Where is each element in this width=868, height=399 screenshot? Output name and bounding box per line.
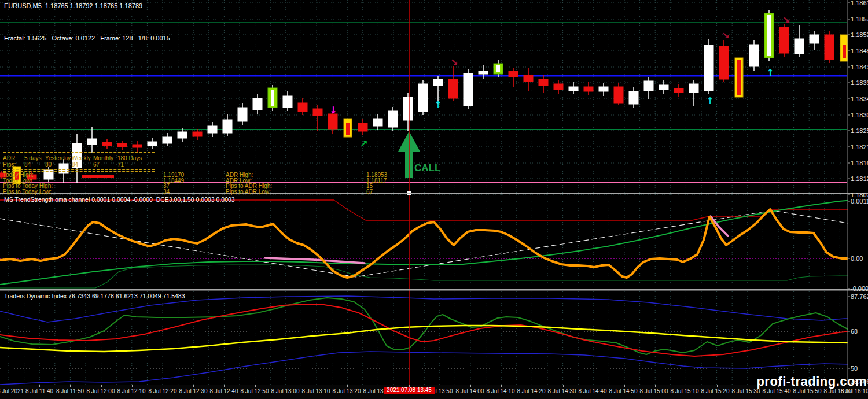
adr-pips-value: 84 [24,162,31,168]
candle-core [496,65,500,72]
candle-body [448,79,458,98]
price-axis-label: 1.18300 [851,112,868,119]
price-axis-label: 1.18345 [851,96,868,102]
time-axis[interactable]: 8 Jul 20218 Jul 11:408 Jul 11:508 Jul 12… [0,385,868,399]
indicator-axis-label: 0.0011 [851,198,868,205]
candle-core [767,15,771,56]
candle-body [825,35,834,60]
time-axis-tick [286,385,286,387]
time-axis-tick [255,385,256,387]
price-axis-label: 1.18120 [851,176,868,182]
candle-body [163,137,172,143]
time-axis-label: 8 Jul 15:30 [732,388,760,394]
time-axis-tick [717,385,718,387]
candle-body [178,132,187,138]
candle-body [674,88,683,93]
candle-body [328,114,337,129]
time-axis-label: 8 Jul 12:50 [241,388,269,394]
candle-body [749,45,759,66]
candle-body [283,96,292,108]
time-axis-tick [440,385,440,387]
buy-arrow-green-icon: ↗ [360,138,367,149]
candle-body [584,87,593,91]
time-axis-label: 8 Jul 14:50 [609,388,638,394]
down-arrow-darkred-icon: ↘ [450,57,458,68]
tdi-indicator-title: Traders Dynamic Index 76.7343 69.1778 61… [4,293,185,300]
time-axis-label: 8 Jul 12:40 [210,388,238,394]
candle-body [253,98,262,110]
tdi-upper-band-line [0,296,868,322]
candle-body [644,81,653,91]
time-axis-label: 8 Jul 15:00 [640,388,668,394]
call-signal-label: CALL [414,162,440,174]
candle-body [358,123,367,131]
candle-body [479,71,488,74]
price-axis-label: 1.18435 [851,64,868,71]
time-axis-tick [470,385,471,387]
adr-pips-value: 80 [45,162,52,168]
candle-body [298,103,307,112]
time-axis-tick [594,385,594,387]
time-axis-label: 8 Jul 14:20 [517,388,546,394]
adr-pips-value: 71 [117,162,124,168]
time-axis-tick [39,385,40,387]
price-axis-label: 1.18165 [851,160,868,167]
indicator-axis-label: 68 [851,328,858,335]
time-axis-label: 8 Jul 12:30 [179,388,208,394]
candle-body [433,79,443,86]
candle-body [238,108,247,121]
panel-separator[interactable] [0,289,868,291]
candle-body [569,87,578,91]
time-axis-label: 8 Jul 13:00 [271,388,300,394]
candle-core [271,90,274,106]
time-axis-label: 8 Jul 11:40 [25,388,53,394]
time-axis-tick [347,385,348,387]
selected-time-badge: 2021.07.08 13:45 [384,387,435,394]
candle-body [193,132,202,136]
adr-pips-value: 67 [93,162,100,168]
candle-body [614,87,623,103]
time-axis-label: 8 Jul 13:20 [333,388,361,394]
fractal-indicator-readout: Fractal: 1.5625 Octave: 0.0122 Frame: 12… [4,35,170,42]
candle-body [509,71,518,77]
time-axis-label: 8 Jul 13:10 [302,388,330,394]
candle-body [403,97,413,120]
metatrader-chart-window: ↓↗↑↘↑↘↑↘ EURUSD,M5 1.18765 1.18792 1.187… [0,0,868,399]
indicator-axis-label: 0.00 [851,256,863,262]
trend-envelope-red-line [0,200,868,220]
time-axis-tick [501,385,502,387]
time-axis-label: 8 Jul 2021 [0,388,24,394]
time-axis-label: 8 Jul 15:20 [701,388,730,394]
candle-body [148,142,157,146]
price-axis-label: 1.18210 [851,144,868,150]
candle-body [313,109,322,116]
time-axis-tick [624,385,625,387]
time-axis-label: 8 Jul 12:10 [117,388,146,394]
indicator-axis-label: 50 [851,365,858,372]
time-axis-tick [70,385,71,387]
oma-channel-fast-green-line [0,199,868,285]
candle-body [102,142,112,146]
time-axis-label: 8 Jul 12:00 [87,388,115,394]
candle-body [373,119,382,126]
price-axis-label: 1.18615 [851,0,868,6]
time-axis-tick [101,385,102,387]
candle-body [810,35,819,43]
adr-row-label: Pips to ADR Low: [226,189,271,195]
time-axis-tick [686,385,686,387]
time-axis-tick [748,385,748,387]
candle-body [719,46,729,79]
candle-body [554,84,563,90]
candle-body [133,145,142,147]
price-axis-label: 1.18570 [851,16,868,23]
adr-pips-value: 84 [72,162,78,168]
adr-header-col: Yesterday [45,156,71,161]
indicator-axis-label: -0.0006 [851,286,868,292]
adr-header-col: Monthly [93,156,113,161]
price-axis-label: 1.18390 [851,80,868,86]
down-arrow-darkred-icon: ↘ [722,30,729,41]
candle-body [539,79,548,86]
candle-body [208,126,217,133]
candle-body [843,45,846,58]
candle-body [464,73,473,106]
